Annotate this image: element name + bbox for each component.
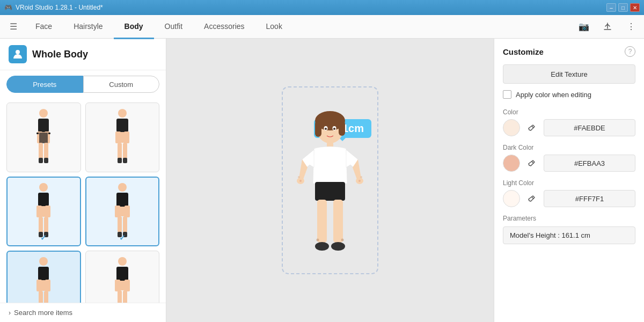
svg-point-1 <box>39 109 48 118</box>
close-button[interactable]: ✕ <box>630 3 640 12</box>
sidebar-title: Whole Body <box>32 49 88 60</box>
svg-point-64 <box>325 128 327 130</box>
more-icon[interactable]: ⋮ <box>624 19 639 34</box>
light-color-hex[interactable]: #FFF7F1 <box>544 190 635 207</box>
model-height-param[interactable]: Model's Height : 161.1 cm <box>503 226 635 244</box>
svg-rect-26 <box>45 206 50 217</box>
preset-item[interactable] <box>6 103 81 172</box>
svg-rect-12 <box>44 158 48 163</box>
preset-item-selected3[interactable]: ✓ <box>6 251 81 303</box>
character-container <box>271 106 389 311</box>
right-panel: Customize ? Edit Texture Apply color whe… <box>494 39 644 322</box>
svg-point-75 <box>358 180 361 182</box>
checkmark: ✓ <box>119 233 126 242</box>
tab-accessories[interactable]: Accessories <box>193 16 255 39</box>
svg-point-0 <box>16 50 20 54</box>
svg-point-31 <box>118 183 127 192</box>
apply-color-checkbox[interactable] <box>503 90 511 99</box>
svg-rect-21 <box>123 158 127 163</box>
light-color-row: #FFF7F1 <box>503 190 635 207</box>
svg-rect-60 <box>315 121 321 137</box>
svg-rect-18 <box>118 143 122 159</box>
chevron-right-icon: › <box>9 309 11 317</box>
viewport: 161.1cm <box>166 39 494 322</box>
svg-point-49 <box>118 257 127 266</box>
params-section: Parameters Model's Height : 161.1 cm <box>503 215 635 244</box>
titlebar-controls[interactable]: – □ ✕ <box>606 3 640 12</box>
light-color-section: Light Color #FFF7F1 <box>503 179 635 207</box>
export-icon[interactable] <box>600 19 615 34</box>
tab-outfit[interactable]: Outfit <box>154 16 193 39</box>
edit-texture-button[interactable]: Edit Texture <box>503 64 635 84</box>
svg-rect-54 <box>118 290 122 303</box>
apply-color-label: Apply color when editing <box>516 91 591 99</box>
apply-color-row: Apply color when editing <box>503 90 635 99</box>
tab-hairstyle[interactable]: Hairstyle <box>63 16 113 39</box>
preset-item[interactable]: ✓ <box>85 251 160 303</box>
light-color-swatch[interactable] <box>503 190 520 207</box>
svg-rect-41 <box>38 267 49 280</box>
svg-point-78 <box>298 176 300 178</box>
panel-header: Customize ? <box>503 46 635 57</box>
svg-rect-52 <box>115 280 120 291</box>
svg-rect-14 <box>116 119 128 132</box>
minimize-button[interactable]: – <box>606 3 616 12</box>
help-icon[interactable]: ? <box>625 46 635 57</box>
dark-color-swatch[interactable] <box>503 155 520 172</box>
svg-rect-19 <box>123 143 127 159</box>
app: ☰ Face Hairstyle Body Outfit Accessories… <box>0 15 644 322</box>
dark-color-section-label: Dark Color <box>503 144 635 151</box>
avatar-icon <box>9 45 27 63</box>
tab-face[interactable]: Face <box>25 16 63 39</box>
presets-toggle[interactable]: Presets <box>6 76 83 93</box>
dark-eyedropper-button[interactable] <box>524 156 539 171</box>
svg-point-73 <box>331 242 345 251</box>
sidebar: Whole Body Presets Custom <box>0 39 166 322</box>
svg-rect-34 <box>115 206 120 217</box>
svg-point-77 <box>341 239 344 241</box>
svg-rect-69 <box>315 182 345 201</box>
preset-item-selected1[interactable]: ✓ <box>6 177 81 246</box>
svg-point-65 <box>333 128 335 130</box>
svg-rect-43 <box>36 280 42 291</box>
svg-rect-55 <box>123 290 127 303</box>
svg-rect-25 <box>36 206 42 217</box>
svg-point-79 <box>360 176 362 178</box>
tabbar-right: 📷 ⋮ <box>576 19 639 34</box>
content: Whole Body Presets Custom <box>0 39 644 322</box>
preset-item[interactable] <box>85 103 160 172</box>
svg-rect-44 <box>45 280 50 291</box>
params-label: Parameters <box>503 215 635 222</box>
tabbar: ☰ Face Hairstyle Body Outfit Accessories… <box>0 15 644 39</box>
svg-rect-36 <box>118 216 122 232</box>
dark-color-hex[interactable]: #EFBAA3 <box>544 155 635 172</box>
light-color-section-label: Light Color <box>503 179 635 187</box>
camera-icon[interactable]: 📷 <box>576 19 591 34</box>
svg-point-22 <box>39 183 48 192</box>
maximize-button[interactable]: □ <box>618 3 628 12</box>
titlebar: 🎮 VRoid Studio 1.28.1 - Untitled* – □ ✕ <box>0 0 644 15</box>
tab-body[interactable]: Body <box>114 16 154 39</box>
custom-toggle[interactable]: Custom <box>83 76 160 93</box>
toggle-row: Presets Custom <box>0 70 166 98</box>
svg-rect-35 <box>125 206 130 217</box>
eyedropper-button[interactable] <box>524 120 539 135</box>
color-hex[interactable]: #FAEBDE <box>544 119 635 136</box>
presets-grid: ✓ ✓ <box>0 98 166 303</box>
panel-title: Customize <box>503 47 544 56</box>
svg-rect-71 <box>333 200 343 243</box>
svg-rect-17 <box>124 131 129 143</box>
menu-icon[interactable]: ☰ <box>5 15 21 39</box>
tab-look[interactable]: Look <box>255 16 293 39</box>
svg-rect-28 <box>44 217 48 233</box>
svg-rect-16 <box>115 131 121 143</box>
search-more[interactable]: › Search more items <box>0 303 166 322</box>
svg-rect-37 <box>123 216 127 232</box>
preset-item-selected2[interactable]: ✓ <box>85 177 160 246</box>
svg-rect-11 <box>39 158 43 163</box>
svg-point-13 <box>118 109 127 118</box>
svg-rect-45 <box>39 291 43 303</box>
light-eyedropper-button[interactable] <box>524 191 539 206</box>
color-swatch[interactable] <box>503 119 520 136</box>
svg-rect-10 <box>44 143 48 159</box>
